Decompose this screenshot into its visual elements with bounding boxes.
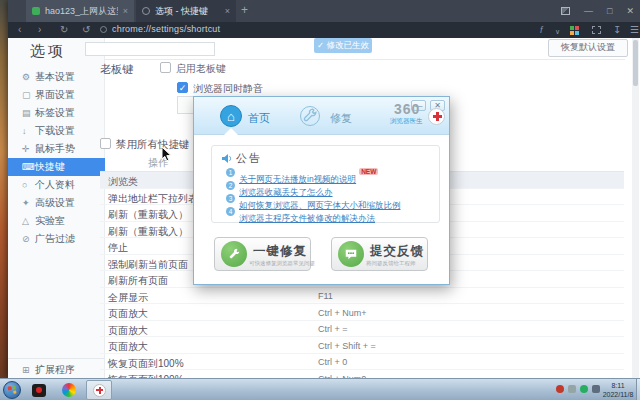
red-cross-icon <box>428 108 445 125</box>
enable-boss-key-label[interactable]: 启用老板键 <box>176 62 226 76</box>
wrench-icon[interactable] <box>300 106 320 126</box>
sidebar-item-lab[interactable]: △实验室 <box>8 212 105 230</box>
download-icon[interactable]: ↧ <box>613 23 621 37</box>
tray-shield-icon[interactable] <box>580 385 588 393</box>
shortcut-value: Ctrl + 0 <box>318 357 347 367</box>
mouse-gestures-icon: ✛ <box>22 144 35 154</box>
table-row[interactable]: 全屏显示F11 <box>100 288 624 305</box>
taskbar-app-doctor[interactable] <box>86 380 112 400</box>
refresh-icon[interactable]: ↻ <box>60 23 68 37</box>
sidebar-item-interface-settings[interactable]: ▢界面设置 <box>8 86 105 104</box>
sidebar-item-mouse-gestures[interactable]: ✛鼠标手势 <box>8 140 105 158</box>
browser-doctor-dialog: — ✕ ⌂ 首页 修复 360 浏览器医生 公告 1关于网页无法播放in视频的说… <box>193 96 450 285</box>
action-label: 页面放大 <box>108 324 148 338</box>
announcement-link[interactable]: 浏览器主程序文件被修改的解决办法 <box>239 213 375 223</box>
window-maximize-button[interactable]: □ <box>607 6 612 16</box>
dialog-tab-repair[interactable]: 修复 <box>330 111 352 126</box>
menu-icon[interactable]: ☰ <box>630 23 639 37</box>
sidebar-item-profile[interactable]: ○个人资料 <box>8 176 105 194</box>
sidebar-item-label: 鼠标手势 <box>35 142 75 156</box>
dialog-tab-home[interactable]: 首页 <box>248 111 270 126</box>
url-text[interactable]: chrome://settings/shortcut <box>112 24 220 34</box>
disable-all-shortcuts-checkbox[interactable] <box>100 138 111 149</box>
shortcut-value: Ctrl + Num+ <box>318 308 367 318</box>
sidebar-item-shortcut-keys[interactable]: ⌨快捷键 <box>8 158 105 176</box>
forward-icon[interactable]: › <box>38 23 41 37</box>
window-minimize-button[interactable]: — <box>584 6 593 16</box>
action-label: 页面放大 <box>108 340 148 354</box>
table-row[interactable]: 页面放大Ctrl + = <box>100 321 624 338</box>
screenshot-icon[interactable] <box>592 26 601 34</box>
mute-browser-label[interactable]: 浏览器同时静音 <box>193 82 263 96</box>
saved-toast: ✓ 修改已生效 <box>314 38 372 53</box>
taskbar-app-browser[interactable] <box>56 380 82 400</box>
account-f-icon[interactable]: f <box>540 23 543 37</box>
boss-key-label: 老板键 <box>100 62 133 77</box>
table-row[interactable]: 恢复页面到100%Ctrl + 0 <box>100 354 624 371</box>
table-row[interactable]: 页面放大Ctrl + Num+ <box>100 304 624 321</box>
back-icon[interactable]: ‹ <box>18 23 21 37</box>
disable-all-shortcuts-label[interactable]: 禁用所有快捷键 <box>116 138 190 152</box>
mute-browser-checkbox[interactable]: ✓ <box>177 82 188 93</box>
taskbar-app-recorder[interactable] <box>26 380 52 400</box>
page-scrollbar[interactable] <box>632 38 639 378</box>
sidebar-item-label: 个人资料 <box>35 178 75 192</box>
shortcut-value: F11 <box>318 291 333 301</box>
new-tab-button[interactable]: + <box>241 3 248 17</box>
action-label: 强制刷新当前页面 <box>108 258 188 272</box>
windows-flag-icon <box>7 385 16 394</box>
start-button[interactable] <box>3 381 21 399</box>
shortcut-value: Ctrl + = <box>318 324 348 334</box>
brand-subtitle: 浏览器医生 <box>390 117 423 126</box>
action-label: 恢复页面到100% <box>108 357 184 371</box>
tab-options-shortcut[interactable]: 选项 - 快捷键 × <box>136 0 236 22</box>
sidebar-item-advanced-settings[interactable]: ✦高级设置 <box>8 194 105 212</box>
announcement-item[interactable]: 4浏览器主程序文件被修改的解决办法 <box>226 207 375 218</box>
table-row[interactable]: 恢复页面到100%Ctrl + Num0 <box>100 370 624 378</box>
system-tray[interactable] <box>556 385 600 393</box>
one-click-repair-button[interactable]: 一键修复 可快速修复浏览器常见问题 <box>214 237 311 271</box>
submit-feedback-button[interactable]: 提交反馈 将问题反馈给工程师 <box>331 237 428 271</box>
skin-icon[interactable] <box>561 7 570 15</box>
extensions-icon[interactable] <box>570 26 579 35</box>
scrollbar-thumb[interactable] <box>633 40 638 86</box>
settings-favicon-icon <box>142 7 150 15</box>
dialog-header: — ✕ ⌂ 首页 修复 360 浏览器医生 <box>194 97 449 135</box>
tab-hao123[interactable]: hao123_上网从这里开始 × <box>26 0 134 22</box>
speaker-icon <box>221 153 233 164</box>
page-title: 选项 <box>30 42 66 61</box>
caret-down-icon[interactable]: ∨ <box>555 25 560 39</box>
desktop: hao123_上网从这里开始 × 选项 - 快捷键 × + — □ ✕ ‹ › … <box>0 0 640 400</box>
feedback-bubble-icon <box>338 241 364 267</box>
announcement-item[interactable]: 1关于网页无法播放in视频的说明NEW <box>226 168 378 179</box>
settings-search-input[interactable] <box>85 42 215 56</box>
sidebar-item-ad-filter[interactable]: ⊘广告过滤 <box>8 230 105 248</box>
taskbar-clock[interactable]: 8:11 2022/11/8 <box>600 381 636 399</box>
tray-folder-icon[interactable] <box>568 385 576 393</box>
recorder-icon <box>32 384 46 397</box>
sidebar-item-label: 快捷键 <box>35 160 65 174</box>
sidebar-item-basic-settings[interactable]: ⚙基本设置 <box>8 68 105 86</box>
sidebar-item-download-settings[interactable]: ↓下载设置 <box>8 122 105 140</box>
action-label: 弹出地址栏下拉列表 <box>108 192 198 206</box>
announcement-item[interactable]: 2浏览器收藏丢失了怎么办 <box>226 181 333 192</box>
tab-close-icon[interactable]: × <box>123 6 128 16</box>
sidebar-item-label: 下载设置 <box>35 124 75 138</box>
table-row[interactable]: 页面放大Ctrl + Shift + = <box>100 337 624 354</box>
tab-close-icon[interactable]: × <box>225 6 230 16</box>
show-desktop-button[interactable] <box>636 379 640 400</box>
tray-360-icon[interactable] <box>556 385 564 393</box>
restore-defaults-button[interactable]: 恢复默认设置 <box>548 39 628 57</box>
sidebar-item-tab-settings[interactable]: ▤标签设置 <box>8 104 105 122</box>
window-close-button[interactable]: ✕ <box>626 6 634 16</box>
settings-sidebar: 选项 ⚙基本设置▢界面设置▤标签设置↓下载设置✛鼠标手势⌨快捷键○个人资料✦高级… <box>8 38 105 378</box>
sidebar-footer: ⊞ 扩展程序 <box>8 358 105 378</box>
enable-boss-key-checkbox[interactable] <box>160 62 171 73</box>
sidebar-item-extensions[interactable]: ⊞ 扩展程序 <box>8 361 105 378</box>
tray-volume-icon[interactable] <box>592 385 600 393</box>
home-icon[interactable]: ⌂ <box>220 105 242 127</box>
check-icon: ✓ <box>317 40 324 50</box>
action-label: 刷新所有页面 <box>108 274 168 288</box>
restore-session-icon[interactable]: ↺ <box>82 23 90 37</box>
announcement-item[interactable]: 3如何恢复浏览器、网页字体大小和缩放比例 <box>226 194 401 205</box>
